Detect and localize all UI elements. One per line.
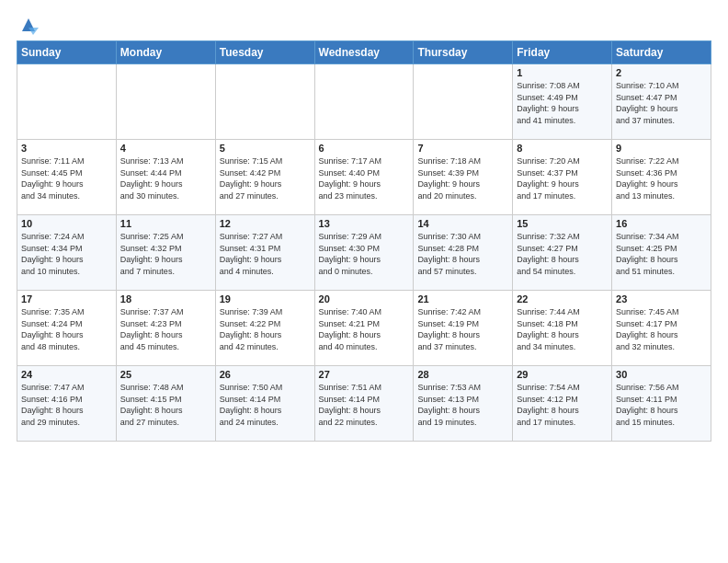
calendar-cell: 25Sunrise: 7:48 AM Sunset: 4:15 PM Dayli… — [116, 366, 215, 442]
calendar-cell: 4Sunrise: 7:13 AM Sunset: 4:44 PM Daylig… — [116, 140, 215, 215]
day-info: Sunrise: 7:13 AM Sunset: 4:44 PM Dayligh… — [120, 155, 211, 201]
page: SundayMondayTuesdayWednesdayThursdayFrid… — [0, 0, 728, 451]
day-number: 11 — [120, 218, 211, 229]
day-info: Sunrise: 7:53 AM Sunset: 4:13 PM Dayligh… — [417, 382, 508, 428]
day-number: 23 — [616, 293, 707, 304]
week-row-3: 10Sunrise: 7:24 AM Sunset: 4:34 PM Dayli… — [17, 215, 711, 291]
day-number: 15 — [517, 218, 608, 229]
day-number: 27 — [319, 369, 410, 380]
logo-icon — [18, 15, 39, 35]
calendar-cell: 24Sunrise: 7:47 AM Sunset: 4:16 PM Dayli… — [17, 366, 117, 442]
weekday-header-monday: Monday — [116, 41, 215, 64]
day-info: Sunrise: 7:56 AM Sunset: 4:11 PM Dayligh… — [616, 382, 707, 428]
day-number: 3 — [21, 143, 112, 154]
calendar-cell: 15Sunrise: 7:32 AM Sunset: 4:27 PM Dayli… — [513, 215, 612, 291]
calendar-cell: 29Sunrise: 7:54 AM Sunset: 4:12 PM Dayli… — [513, 366, 612, 442]
day-info: Sunrise: 7:47 AM Sunset: 4:16 PM Dayligh… — [21, 382, 112, 428]
calendar-cell: 16Sunrise: 7:34 AM Sunset: 4:25 PM Dayli… — [612, 215, 711, 291]
day-info: Sunrise: 7:50 AM Sunset: 4:14 PM Dayligh… — [220, 382, 311, 428]
day-info: Sunrise: 7:54 AM Sunset: 4:12 PM Dayligh… — [517, 382, 608, 428]
day-info: Sunrise: 7:45 AM Sunset: 4:17 PM Dayligh… — [616, 306, 707, 352]
day-number: 29 — [517, 369, 608, 380]
day-info: Sunrise: 7:22 AM Sunset: 4:36 PM Dayligh… — [616, 155, 707, 201]
day-info: Sunrise: 7:25 AM Sunset: 4:32 PM Dayligh… — [120, 231, 211, 277]
day-number: 17 — [21, 293, 112, 304]
week-row-2: 3Sunrise: 7:11 AM Sunset: 4:45 PM Daylig… — [17, 140, 711, 215]
day-info: Sunrise: 7:20 AM Sunset: 4:37 PM Dayligh… — [517, 155, 608, 201]
day-number: 21 — [417, 293, 508, 304]
day-info: Sunrise: 7:17 AM Sunset: 4:40 PM Dayligh… — [319, 155, 410, 201]
day-number: 6 — [319, 143, 410, 154]
calendar-cell: 14Sunrise: 7:30 AM Sunset: 4:28 PM Dayli… — [414, 215, 513, 291]
day-number: 8 — [517, 143, 608, 154]
day-info: Sunrise: 7:10 AM Sunset: 4:47 PM Dayligh… — [616, 80, 707, 126]
calendar-cell: 8Sunrise: 7:20 AM Sunset: 4:37 PM Daylig… — [513, 140, 612, 215]
day-number: 14 — [417, 218, 508, 229]
day-number: 26 — [220, 369, 311, 380]
calendar-cell: 26Sunrise: 7:50 AM Sunset: 4:14 PM Dayli… — [215, 366, 314, 442]
week-row-5: 24Sunrise: 7:47 AM Sunset: 4:16 PM Dayli… — [17, 366, 711, 442]
day-info: Sunrise: 7:39 AM Sunset: 4:22 PM Dayligh… — [220, 306, 311, 352]
calendar-cell: 12Sunrise: 7:27 AM Sunset: 4:31 PM Dayli… — [215, 215, 314, 291]
calendar-cell: 3Sunrise: 7:11 AM Sunset: 4:45 PM Daylig… — [17, 140, 117, 215]
day-number: 30 — [616, 369, 707, 380]
day-number: 18 — [120, 293, 211, 304]
calendar-cell — [215, 64, 314, 140]
calendar-cell: 23Sunrise: 7:45 AM Sunset: 4:17 PM Dayli… — [612, 291, 711, 366]
calendar-cell — [414, 64, 513, 140]
calendar-cell: 21Sunrise: 7:42 AM Sunset: 4:19 PM Dayli… — [414, 291, 513, 366]
day-info: Sunrise: 7:34 AM Sunset: 4:25 PM Dayligh… — [616, 231, 707, 277]
calendar-cell: 6Sunrise: 7:17 AM Sunset: 4:40 PM Daylig… — [314, 140, 414, 215]
day-info: Sunrise: 7:08 AM Sunset: 4:49 PM Dayligh… — [517, 80, 608, 126]
calendar-cell: 5Sunrise: 7:15 AM Sunset: 4:42 PM Daylig… — [215, 140, 314, 215]
day-number: 25 — [120, 369, 211, 380]
weekday-header-thursday: Thursday — [414, 41, 513, 64]
day-info: Sunrise: 7:42 AM Sunset: 4:19 PM Dayligh… — [417, 306, 508, 352]
day-number: 7 — [417, 143, 508, 154]
calendar-table: SundayMondayTuesdayWednesdayThursdayFrid… — [17, 40, 711, 442]
calendar-cell: 27Sunrise: 7:51 AM Sunset: 4:14 PM Dayli… — [314, 366, 414, 442]
calendar-cell: 9Sunrise: 7:22 AM Sunset: 4:36 PM Daylig… — [612, 140, 711, 215]
calendar-cell — [116, 64, 215, 140]
day-info: Sunrise: 7:35 AM Sunset: 4:24 PM Dayligh… — [21, 306, 112, 352]
day-number: 5 — [220, 143, 311, 154]
day-number: 22 — [517, 293, 608, 304]
weekday-header-friday: Friday — [513, 41, 612, 64]
day-info: Sunrise: 7:18 AM Sunset: 4:39 PM Dayligh… — [417, 155, 508, 201]
week-row-1: 1Sunrise: 7:08 AM Sunset: 4:49 PM Daylig… — [17, 64, 711, 140]
day-info: Sunrise: 7:48 AM Sunset: 4:15 PM Dayligh… — [120, 382, 211, 428]
day-info: Sunrise: 7:29 AM Sunset: 4:30 PM Dayligh… — [319, 231, 410, 277]
weekday-header-row: SundayMondayTuesdayWednesdayThursdayFrid… — [17, 41, 711, 64]
calendar-cell — [17, 64, 117, 140]
calendar-cell: 13Sunrise: 7:29 AM Sunset: 4:30 PM Dayli… — [314, 215, 414, 291]
day-number: 28 — [417, 369, 508, 380]
day-number: 20 — [319, 293, 410, 304]
day-number: 1 — [517, 67, 608, 78]
calendar-cell: 17Sunrise: 7:35 AM Sunset: 4:24 PM Dayli… — [17, 291, 117, 366]
day-number: 4 — [120, 143, 211, 154]
day-info: Sunrise: 7:44 AM Sunset: 4:18 PM Dayligh… — [517, 306, 608, 352]
day-number: 10 — [21, 218, 112, 229]
weekday-header-saturday: Saturday — [612, 41, 711, 64]
day-info: Sunrise: 7:24 AM Sunset: 4:34 PM Dayligh… — [21, 231, 112, 277]
day-info: Sunrise: 7:11 AM Sunset: 4:45 PM Dayligh… — [21, 155, 112, 201]
header — [17, 15, 711, 35]
day-info: Sunrise: 7:32 AM Sunset: 4:27 PM Dayligh… — [517, 231, 608, 277]
day-info: Sunrise: 7:40 AM Sunset: 4:21 PM Dayligh… — [319, 306, 410, 352]
day-info: Sunrise: 7:30 AM Sunset: 4:28 PM Dayligh… — [417, 231, 508, 277]
day-info: Sunrise: 7:51 AM Sunset: 4:14 PM Dayligh… — [319, 382, 410, 428]
day-info: Sunrise: 7:27 AM Sunset: 4:31 PM Dayligh… — [220, 231, 311, 277]
weekday-header-tuesday: Tuesday — [215, 41, 314, 64]
calendar-cell: 22Sunrise: 7:44 AM Sunset: 4:18 PM Dayli… — [513, 291, 612, 366]
day-number: 2 — [616, 67, 707, 78]
week-row-4: 17Sunrise: 7:35 AM Sunset: 4:24 PM Dayli… — [17, 291, 711, 366]
day-number: 12 — [220, 218, 311, 229]
day-number: 19 — [220, 293, 311, 304]
day-info: Sunrise: 7:37 AM Sunset: 4:23 PM Dayligh… — [120, 306, 211, 352]
calendar-cell: 19Sunrise: 7:39 AM Sunset: 4:22 PM Dayli… — [215, 291, 314, 366]
weekday-header-wednesday: Wednesday — [314, 41, 414, 64]
day-number: 9 — [616, 143, 707, 154]
calendar-cell: 2Sunrise: 7:10 AM Sunset: 4:47 PM Daylig… — [612, 64, 711, 140]
calendar-cell: 28Sunrise: 7:53 AM Sunset: 4:13 PM Dayli… — [414, 366, 513, 442]
calendar-cell: 30Sunrise: 7:56 AM Sunset: 4:11 PM Dayli… — [612, 366, 711, 442]
